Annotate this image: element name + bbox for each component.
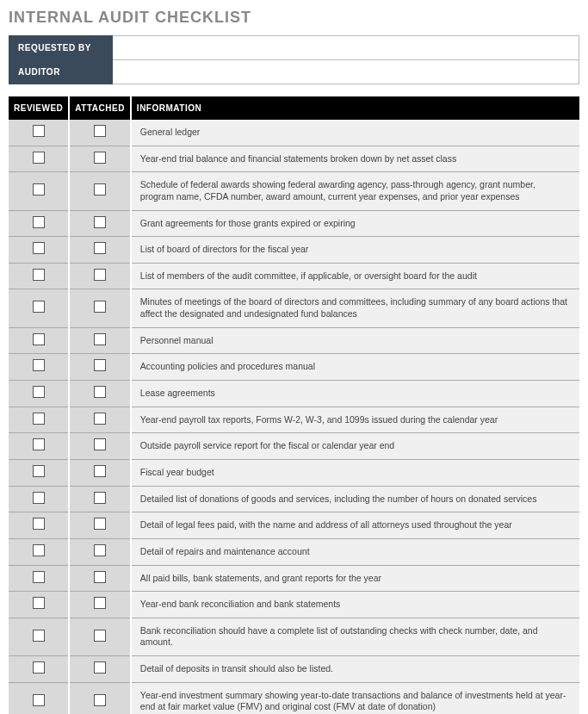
- reviewed-checkbox[interactable]: [33, 413, 45, 425]
- reviewed-checkbox[interactable]: [33, 333, 45, 345]
- attached-checkbox[interactable]: [94, 183, 106, 196]
- reviewed-checkbox[interactable]: [33, 183, 45, 196]
- attached-cell: [69, 407, 131, 433]
- col-header-information: INFORMATION: [131, 96, 579, 120]
- reviewed-checkbox[interactable]: [33, 125, 45, 137]
- reviewed-checkbox[interactable]: [33, 216, 45, 228]
- information-cell: Lease agreements: [131, 381, 579, 407]
- attached-checkbox[interactable]: [94, 597, 106, 609]
- table-row: Schedule of federal awards showing feder…: [9, 172, 579, 210]
- attached-checkbox[interactable]: [94, 630, 106, 642]
- reviewed-checkbox[interactable]: [33, 465, 45, 477]
- attached-cell: [69, 172, 131, 210]
- information-cell: General ledger: [131, 120, 579, 146]
- attached-checkbox[interactable]: [94, 694, 106, 706]
- reviewed-checkbox[interactable]: [33, 359, 45, 371]
- reviewed-checkbox[interactable]: [33, 571, 45, 583]
- attached-cell: [69, 289, 131, 327]
- table-row: List of board of directors for the fisca…: [9, 237, 579, 264]
- attached-cell: [69, 512, 131, 539]
- attached-cell: [69, 433, 131, 460]
- reviewed-checkbox[interactable]: [33, 661, 45, 674]
- reviewed-checkbox[interactable]: [33, 597, 45, 609]
- reviewed-checkbox[interactable]: [33, 544, 45, 556]
- table-row: Detail of legal fees paid, with the name…: [9, 512, 579, 539]
- attached-checkbox[interactable]: [94, 152, 106, 164]
- table-row: Detail of deposits in transit should als…: [9, 656, 579, 683]
- attached-checkbox[interactable]: [94, 269, 106, 281]
- reviewed-cell: [9, 146, 69, 172]
- attached-cell: [69, 381, 131, 407]
- information-cell: Fiscal year budget: [131, 459, 579, 486]
- attached-checkbox[interactable]: [94, 518, 106, 530]
- reviewed-cell: [9, 618, 69, 655]
- reviewed-cell: [9, 433, 69, 460]
- table-row: Lease agreements: [9, 381, 579, 407]
- table-row: Grant agreements for those grants expire…: [9, 210, 579, 237]
- col-header-attached: ATTACHED: [69, 96, 131, 120]
- information-cell: Detail of repairs and maintenance accoun…: [131, 538, 579, 565]
- table-row: Minutes of meetings of the board of dire…: [9, 289, 579, 327]
- table-row: Year-end bank reconciliation and bank st…: [9, 592, 579, 618]
- reviewed-checkbox[interactable]: [33, 438, 45, 450]
- reviewed-cell: [9, 565, 69, 592]
- attached-cell: [69, 682, 131, 714]
- requested-by-input[interactable]: [113, 38, 579, 59]
- auditor-label: AUDITOR: [9, 60, 113, 84]
- reviewed-checkbox[interactable]: [33, 694, 45, 706]
- information-cell: All paid bills, bank statements, and gra…: [131, 565, 579, 592]
- auditor-cell: [113, 60, 579, 84]
- reviewed-cell: [9, 381, 69, 407]
- attached-cell: [69, 459, 131, 486]
- information-cell: List of members of the audit committee, …: [131, 263, 579, 289]
- page-title: INTERNAL AUDIT CHECKLIST: [9, 9, 579, 27]
- attached-cell: [69, 592, 131, 618]
- attached-checkbox[interactable]: [94, 544, 106, 556]
- attached-cell: [69, 656, 131, 683]
- reviewed-checkbox[interactable]: [33, 152, 45, 164]
- meta-table: REQUESTED BY AUDITOR: [9, 35, 579, 84]
- attached-cell: [69, 237, 131, 264]
- information-cell: Accounting policies and procedures manua…: [131, 354, 579, 381]
- attached-cell: [69, 120, 131, 146]
- reviewed-checkbox[interactable]: [33, 269, 45, 281]
- reviewed-cell: [9, 237, 69, 264]
- reviewed-checkbox[interactable]: [33, 301, 45, 313]
- table-row: Detail of repairs and maintenance accoun…: [9, 538, 579, 565]
- attached-checkbox[interactable]: [94, 465, 106, 477]
- attached-checkbox[interactable]: [94, 571, 106, 583]
- attached-cell: [69, 263, 131, 289]
- information-cell: Grant agreements for those grants expire…: [131, 210, 579, 237]
- attached-cell: [69, 538, 131, 565]
- attached-checkbox[interactable]: [94, 438, 106, 450]
- reviewed-checkbox[interactable]: [33, 630, 45, 642]
- reviewed-checkbox[interactable]: [33, 518, 45, 530]
- attached-checkbox[interactable]: [94, 386, 106, 398]
- information-cell: Year-end bank reconciliation and bank st…: [131, 592, 579, 618]
- information-cell: Outside payroll service report for the f…: [131, 433, 579, 460]
- attached-checkbox[interactable]: [94, 242, 106, 254]
- attached-cell: [69, 354, 131, 381]
- reviewed-cell: [9, 354, 69, 381]
- table-row: General ledger: [9, 120, 579, 146]
- attached-checkbox[interactable]: [94, 359, 106, 371]
- reviewed-checkbox[interactable]: [33, 492, 45, 504]
- attached-checkbox[interactable]: [94, 333, 106, 345]
- attached-checkbox[interactable]: [94, 216, 106, 228]
- auditor-input[interactable]: [113, 62, 579, 83]
- attached-checkbox[interactable]: [94, 125, 106, 137]
- table-row: Year-end trial balance and financial sta…: [9, 146, 579, 172]
- attached-cell: [69, 210, 131, 237]
- attached-cell: [69, 618, 131, 655]
- reviewed-checkbox[interactable]: [33, 242, 45, 254]
- information-cell: Schedule of federal awards showing feder…: [131, 172, 579, 210]
- requested-by-label: REQUESTED BY: [9, 36, 113, 60]
- reviewed-cell: [9, 289, 69, 327]
- reviewed-cell: [9, 656, 69, 683]
- attached-cell: [69, 327, 131, 354]
- attached-checkbox[interactable]: [94, 661, 106, 674]
- reviewed-checkbox[interactable]: [33, 386, 45, 398]
- attached-checkbox[interactable]: [94, 413, 106, 425]
- attached-checkbox[interactable]: [94, 492, 106, 504]
- attached-checkbox[interactable]: [94, 301, 106, 313]
